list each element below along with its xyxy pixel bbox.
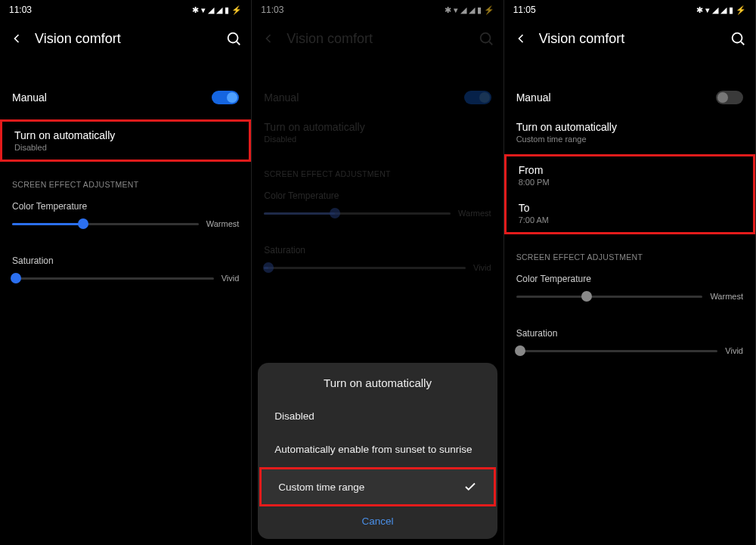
from-row[interactable]: From 8:00 PM — [507, 156, 753, 194]
dialog-cancel[interactable]: Cancel — [258, 506, 497, 530]
auto-label: Turn on automatically — [516, 121, 617, 133]
charging-icon: ⚡ — [231, 5, 242, 15]
dialog-option-custom[interactable]: Custom time range — [262, 469, 493, 504]
search-icon[interactable] — [225, 30, 242, 47]
vibrate-icon: ✱ — [192, 5, 199, 15]
manual-label: Manual — [516, 91, 551, 104]
section-header: SCREEN EFFECT ADJUSTMENT — [0, 162, 251, 195]
saturation-block: Saturation Vivid — [0, 249, 251, 293]
svg-point-4 — [733, 33, 742, 43]
color-temp-block: Color Temperature Warmest — [0, 195, 251, 239]
svg-line-1 — [237, 42, 240, 45]
clock: 11:03 — [9, 5, 32, 15]
header: Vision comfort — [0, 20, 251, 60]
color-temp-label: Color Temperature — [12, 201, 239, 212]
status-bar: 11:05 ✱ ▾ ◢ ◢ ▮ ⚡ — [504, 0, 755, 20]
auto-sub: Disabled — [14, 143, 115, 152]
auto-label: Turn on automatically — [14, 129, 115, 141]
dialog-option-disabled[interactable]: Disabled — [258, 400, 497, 432]
color-temp-end: Warmest — [206, 219, 240, 228]
section-header: SCREEN EFFECT ADJUSTMENT — [504, 234, 755, 268]
clock: 11:05 — [513, 5, 536, 15]
color-temp-slider[interactable] — [12, 223, 199, 225]
vibrate-icon: ✱ — [696, 5, 703, 15]
manual-row[interactable]: Manual — [504, 82, 755, 113]
charging-icon: ⚡ — [736, 5, 746, 15]
status-bar: 11:03 ✱ ▾ ◢ ◢ ▮ ⚡ — [0, 0, 251, 20]
color-temp-block: Color Temperature Warmest — [504, 268, 755, 311]
screen-1: 11:03 ✱ ▾ ◢ ◢ ▮ ⚡ Vision comfort Manual … — [0, 0, 252, 545]
header: Vision comfort — [504, 20, 755, 60]
dialog-title: Turn on automatically — [258, 376, 497, 400]
svg-point-0 — [228, 33, 238, 43]
wifi-icon: ▾ — [705, 5, 710, 15]
signal2-icon: ◢ — [720, 5, 727, 15]
page-title: Vision comfort — [539, 31, 730, 47]
from-value: 8:00 PM — [519, 178, 741, 187]
screen-2: 11:03 ✱ ▾ ◢ ◢ ▮ ⚡ Vision comfort Manual … — [252, 0, 503, 545]
to-row[interactable]: To 7:00 AM — [507, 194, 753, 232]
svg-line-5 — [741, 42, 744, 45]
color-temp-end: Warmest — [710, 292, 743, 301]
signal2-icon: ◢ — [216, 5, 222, 15]
back-icon[interactable] — [9, 31, 24, 46]
auto-row[interactable]: Turn on automatically Custom time range — [504, 113, 755, 151]
status-icons: ✱ ▾ ◢ ◢ ▮ ⚡ — [192, 5, 242, 15]
saturation-block: Saturation Vivid — [504, 322, 755, 366]
saturation-end: Vivid — [222, 274, 240, 283]
saturation-slider[interactable] — [516, 350, 718, 352]
to-value: 7:00 AM — [519, 215, 741, 225]
saturation-label: Saturation — [516, 328, 743, 339]
saturation-end: Vivid — [725, 346, 743, 355]
back-icon[interactable] — [513, 31, 528, 46]
battery-icon: ▮ — [729, 5, 733, 15]
search-icon[interactable] — [730, 30, 746, 47]
manual-toggle[interactable] — [716, 91, 743, 104]
saturation-label: Saturation — [12, 255, 239, 266]
manual-label: Manual — [12, 91, 47, 104]
status-icons: ✱ ▾ ◢ ◢ ▮ ⚡ — [696, 5, 746, 15]
auto-row[interactable]: Turn on automatically Disabled — [0, 119, 251, 162]
signal-icon: ◢ — [208, 5, 214, 15]
to-label: To — [519, 202, 741, 214]
auto-sub: Custom time range — [516, 135, 617, 144]
auto-dialog: Turn on automatically Disabled Automatic… — [258, 363, 497, 539]
manual-row[interactable]: Manual — [0, 82, 251, 113]
dialog-option-sunset[interactable]: Automatically enable from sunset to sunr… — [258, 432, 497, 467]
saturation-slider[interactable] — [12, 277, 214, 280]
color-temp-slider[interactable] — [516, 296, 703, 298]
screen-3: 11:05 ✱ ▾ ◢ ◢ ▮ ⚡ Vision comfort Manual … — [504, 0, 756, 545]
manual-toggle[interactable] — [212, 91, 239, 104]
signal-icon: ◢ — [712, 5, 718, 15]
page-title: Vision comfort — [35, 31, 225, 47]
wifi-icon: ▾ — [201, 5, 206, 15]
color-temp-label: Color Temperature — [516, 274, 743, 284]
from-label: From — [519, 164, 741, 176]
check-icon — [463, 480, 477, 494]
battery-icon: ▮ — [225, 5, 229, 15]
